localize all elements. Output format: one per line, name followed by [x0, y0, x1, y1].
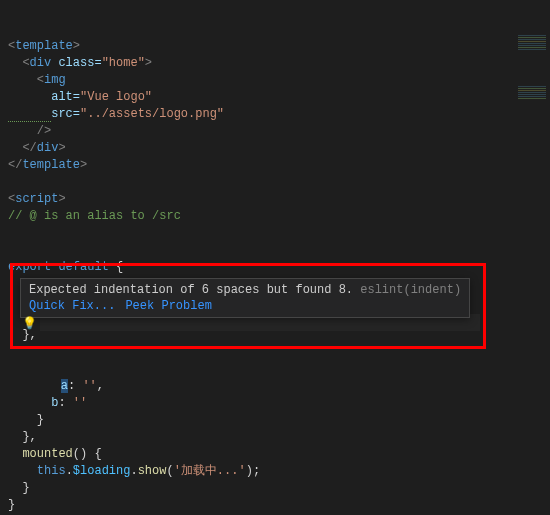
code-line: /> — [8, 124, 51, 138]
code-line: src="../assets/logo.png" — [8, 107, 224, 122]
code-line: <template> — [8, 39, 80, 53]
code-line: export default { — [8, 260, 123, 274]
peek-problem-link[interactable]: Peek Problem — [125, 299, 211, 313]
code-editor[interactable]: <template> <div class="home"> <img alt="… — [0, 0, 550, 515]
code-line: </div> — [8, 141, 66, 155]
code-line: mounted() { — [8, 447, 102, 461]
code-line: this.$loading.show('加载中...'); — [8, 464, 260, 478]
problem-rule: eslint(indent) — [353, 283, 461, 297]
code-line: } — [8, 498, 15, 512]
code-line: } — [8, 413, 44, 427]
code-line — [8, 362, 15, 376]
code-line — [8, 243, 15, 257]
code-line — [8, 175, 15, 189]
problem-hover-tooltip: Expected indentation of 6 spaces but fou… — [20, 278, 470, 318]
code-line: alt="Vue logo" — [8, 90, 152, 104]
code-line: <div class="home"> — [8, 56, 152, 70]
code-line: b: '' — [8, 396, 87, 410]
code-line: <script> — [8, 192, 66, 206]
code-line: </template> — [8, 158, 87, 172]
code-line: <img — [8, 73, 66, 87]
code-line: } — [8, 481, 30, 495]
code-line: }, — [8, 430, 37, 444]
code-line: // @ is an alias to /src — [8, 209, 181, 223]
code-line — [8, 345, 15, 359]
problem-message: Expected indentation of 6 spaces but fou… — [29, 283, 353, 297]
code-line — [8, 226, 15, 240]
code-line: a: '', — [8, 379, 104, 393]
quick-fix-link[interactable]: Quick Fix... — [29, 299, 115, 313]
lightbulb-icon[interactable]: 💡 — [22, 316, 37, 331]
code-line — [8, 311, 15, 325]
minimap[interactable] — [514, 0, 550, 80]
